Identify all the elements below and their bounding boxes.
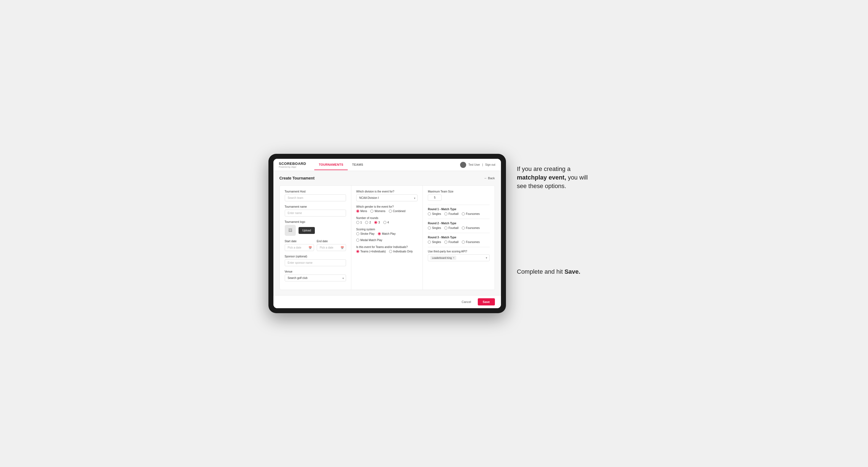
- tab-tournaments[interactable]: TOURNAMENTS: [314, 160, 348, 170]
- page-title: Create Tournament: [279, 176, 315, 180]
- round-1[interactable]: 1: [356, 221, 362, 224]
- divider-2: [428, 219, 489, 219]
- tab-teams[interactable]: TEAMS: [348, 160, 368, 170]
- gender-womens[interactable]: Womens: [370, 210, 385, 213]
- round-4[interactable]: 4: [383, 221, 389, 224]
- round1-match-type: Round 1 - Match Type Singles Fourball: [428, 208, 489, 215]
- start-date-input[interactable]: [285, 244, 314, 251]
- gender-mens-label: Mens: [361, 210, 367, 213]
- scoring-api-tag-input[interactable]: Leaderboard King × ▾: [428, 254, 489, 261]
- individuals-radio[interactable]: [389, 250, 392, 253]
- upload-button[interactable]: Upload: [299, 227, 315, 234]
- round-4-radio[interactable]: [383, 221, 386, 224]
- round3-foursomes[interactable]: Foursomes: [462, 241, 480, 244]
- tag-close-icon[interactable]: ×: [453, 256, 455, 259]
- gender-mens-radio[interactable]: [356, 210, 359, 213]
- tag-dropdown-icon[interactable]: ▾: [486, 256, 487, 259]
- round3-singles[interactable]: Singles: [428, 241, 441, 244]
- round3-singles-label: Singles: [432, 241, 441, 244]
- round1-singles[interactable]: Singles: [428, 212, 441, 215]
- round3-fourball-radio[interactable]: [444, 241, 447, 244]
- gender-group: Which gender is the event for? Mens Wome…: [356, 205, 417, 213]
- back-link[interactable]: ← Back: [484, 177, 495, 180]
- round-3-radio[interactable]: [374, 221, 377, 224]
- round2-radio-group: Singles Fourball Foursomes: [428, 226, 489, 229]
- user-avatar: [460, 162, 466, 168]
- scoring-medal-radio[interactable]: [356, 239, 359, 242]
- scoring-stroke-radio[interactable]: [356, 232, 359, 235]
- round3-foursomes-radio[interactable]: [462, 241, 465, 244]
- venue-select-wrapper: Search golf club: [285, 275, 346, 281]
- division-select[interactable]: NCAA Division I: [356, 194, 417, 201]
- gender-radio-group: Mens Womens Combined: [356, 210, 417, 213]
- venue-select[interactable]: Search golf club: [285, 275, 346, 281]
- round1-label: Round 1 - Match Type: [428, 208, 489, 211]
- round2-fourball[interactable]: Fourball: [444, 226, 459, 229]
- scoring-match-radio[interactable]: [378, 232, 381, 235]
- scoring-api-group: Use third-party live scoring API? Leader…: [428, 250, 489, 261]
- scoring-medal[interactable]: Medal Match Play: [356, 239, 382, 242]
- round2-foursomes[interactable]: Foursomes: [462, 226, 480, 229]
- round2-singles[interactable]: Singles: [428, 226, 441, 229]
- end-date-input[interactable]: [317, 244, 346, 251]
- round1-fourball-radio[interactable]: [444, 212, 447, 215]
- save-button[interactable]: Save: [478, 298, 495, 306]
- teams-radio[interactable]: [356, 250, 359, 253]
- round2-foursomes-radio[interactable]: [462, 226, 465, 229]
- division-select-wrapper: NCAA Division I: [356, 194, 417, 201]
- brand-powered: Powered by clippr: [279, 166, 306, 168]
- round1-singles-radio[interactable]: [428, 212, 431, 215]
- teams-option[interactable]: Teams (+Individuals): [356, 250, 386, 253]
- divider-1: [428, 205, 489, 205]
- round2-fourball-label: Fourball: [448, 226, 459, 229]
- round-2-radio[interactable]: [365, 221, 368, 224]
- tournament-logo-label: Tournament logo: [285, 220, 346, 223]
- round-1-label: 1: [361, 221, 362, 224]
- round2-fourball-radio[interactable]: [444, 226, 447, 229]
- teams-group: Is this event for Teams and/or Individua…: [356, 246, 417, 253]
- round1-fourball[interactable]: Fourball: [444, 212, 459, 215]
- individuals-option[interactable]: Individuals Only: [389, 250, 413, 253]
- form-layout: Tournament Host Tournament name Tourname…: [279, 185, 495, 290]
- gender-combined[interactable]: Combined: [389, 210, 406, 213]
- gender-womens-radio[interactable]: [370, 210, 373, 213]
- round2-foursomes-label: Foursomes: [466, 226, 480, 229]
- user-name: Test User: [468, 163, 480, 166]
- round3-singles-radio[interactable]: [428, 241, 431, 244]
- round1-foursomes-radio[interactable]: [462, 212, 465, 215]
- round2-singles-radio[interactable]: [428, 226, 431, 229]
- scoring-group: Scoring system Stroke Play Match Play: [356, 228, 417, 242]
- max-team-size-input[interactable]: [428, 194, 442, 201]
- tournament-logo-group: Tournament logo 🖼 Upload: [285, 220, 346, 236]
- tournament-host-label: Tournament Host: [285, 190, 346, 193]
- sponsor-input[interactable]: [285, 259, 346, 266]
- venue-group: Venue Search golf club: [285, 270, 346, 281]
- sign-out-link[interactable]: Sign out: [485, 163, 495, 166]
- scoring-stroke[interactable]: Stroke Play: [356, 232, 374, 235]
- round-1-radio[interactable]: [356, 221, 359, 224]
- divider-4: [428, 247, 489, 247]
- rounds-radio-group: 1 2 3: [356, 221, 417, 224]
- gender-label: Which gender is the event for?: [356, 205, 417, 208]
- annotation-top: If you are creating a matchplay event, y…: [517, 165, 594, 190]
- round1-foursomes-label: Foursomes: [466, 212, 480, 215]
- gender-womens-label: Womens: [374, 210, 385, 213]
- start-date-label: Start date: [285, 240, 314, 243]
- navbar: SCOREBOARD Powered by clippr TOURNAMENTS…: [273, 159, 501, 171]
- tournament-name-input[interactable]: [285, 210, 346, 217]
- tournament-name-group: Tournament name: [285, 205, 346, 217]
- division-group: Which division is the event for? NCAA Di…: [356, 190, 417, 201]
- cancel-button[interactable]: Cancel: [458, 298, 475, 306]
- round-2[interactable]: 2: [365, 221, 371, 224]
- scoring-stroke-label: Stroke Play: [361, 232, 374, 235]
- scoring-match[interactable]: Match Play: [378, 232, 396, 235]
- gender-combined-label: Combined: [393, 210, 406, 213]
- tournament-host-input[interactable]: [285, 194, 346, 201]
- round1-foursomes[interactable]: Foursomes: [462, 212, 480, 215]
- gender-mens[interactable]: Mens: [356, 210, 367, 213]
- form-col-1: Tournament Host Tournament name Tourname…: [280, 186, 351, 290]
- round3-fourball[interactable]: Fourball: [444, 241, 459, 244]
- gender-combined-radio[interactable]: [389, 210, 392, 213]
- divider-3: [428, 233, 489, 233]
- round-3[interactable]: 3: [374, 221, 380, 224]
